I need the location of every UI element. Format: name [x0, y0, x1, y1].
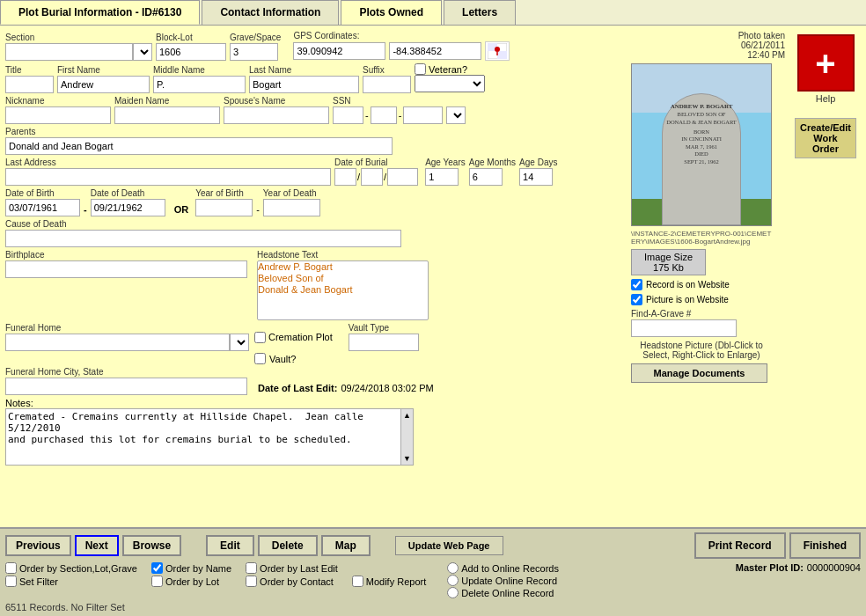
print-record-button[interactable]: Print Record — [694, 532, 786, 559]
yod-input[interactable] — [263, 199, 320, 216]
notes-textarea[interactable]: Cremated - Cremains currently at Hillsid… — [5, 408, 401, 466]
workorder-button[interactable]: Create/Edit Work Order — [795, 118, 856, 158]
help-button[interactable]: + — [797, 34, 855, 92]
notes-scroll-down[interactable]: ▼ — [403, 454, 411, 463]
previous-button[interactable]: Previous — [5, 535, 71, 556]
age-days-input[interactable] — [519, 168, 553, 186]
block-lot-input[interactable] — [156, 43, 226, 61]
grave-space-input[interactable] — [230, 43, 278, 61]
veteran-dropdown[interactable] — [415, 75, 485, 92]
dod-label: Date of Death — [91, 188, 165, 198]
middlename-group: Middle Name — [153, 65, 246, 93]
suffix-input[interactable] — [363, 76, 411, 93]
master-plot-id-group: Master Plot ID: 0000000904 — [736, 562, 861, 573]
finished-button[interactable]: Finished — [789, 532, 861, 559]
notes-label: Notes: — [5, 398, 626, 408]
add-online-label: Add to Online Records — [461, 563, 559, 574]
update-web-button[interactable]: Update Web Page — [395, 536, 503, 555]
birthplace-input[interactable] — [5, 260, 247, 278]
vault-type-input[interactable] — [349, 334, 419, 351]
tab-contact-info[interactable]: Contact Information — [202, 0, 339, 25]
map-pin-icon — [488, 43, 507, 59]
age-months-input[interactable] — [469, 168, 503, 186]
notes-scroll-up[interactable]: ▲ — [403, 411, 411, 420]
middlename-input[interactable] — [153, 76, 246, 93]
order-name-checkbox[interactable] — [151, 562, 163, 574]
manage-documents-button[interactable]: Manage Documents — [631, 363, 767, 383]
record-on-website-checkbox[interactable] — [631, 279, 642, 290]
ssn-part3-input[interactable] — [403, 106, 443, 124]
next-button[interactable]: Next — [75, 535, 119, 556]
parents-label: Parents — [5, 127, 626, 136]
gps-lng-input[interactable] — [389, 42, 481, 60]
grave-space-label: Grave/Space — [230, 33, 281, 42]
headstone-picture-label: Headstone Picture (Dbl-Click to Select, … — [631, 341, 772, 360]
picture-on-website-row: Picture is on Website — [631, 294, 785, 305]
date-last-edit-group: Date of Last Edit: 09/24/2018 03:02 PM — [258, 383, 434, 395]
nickname-input[interactable] — [5, 106, 111, 124]
title-input[interactable] — [5, 76, 54, 93]
spousename-group: Spouse's Name — [224, 96, 329, 124]
image-size-value: 175 Kb — [637, 262, 700, 273]
ssn-dash1: - — [365, 110, 369, 121]
report-checkboxes: placeholder Modify Report — [352, 562, 426, 587]
veteran-checkbox[interactable] — [415, 63, 426, 75]
lastname-input[interactable] — [249, 76, 359, 93]
funeralcity-input[interactable] — [5, 378, 247, 395]
ssn-part2-input[interactable] — [371, 106, 397, 124]
set-filter-checkbox[interactable] — [5, 576, 17, 587]
order-lot-checkbox[interactable] — [151, 576, 163, 587]
cremation-checkbox[interactable] — [254, 332, 266, 343]
dod-input[interactable] — [91, 199, 165, 216]
section-dropdown[interactable] — [133, 43, 152, 61]
section-input[interactable] — [5, 43, 133, 61]
burial-day-input[interactable] — [361, 168, 383, 186]
headstone-photo[interactable]: ANDREW P. BOGART BELOVED SON OF DONALD &… — [631, 63, 772, 226]
order-contact-checkbox[interactable] — [246, 576, 257, 587]
age-years-input[interactable] — [425, 168, 459, 186]
funeralhome-group: Funeral Home — [5, 323, 249, 364]
gps-lat-input[interactable] — [293, 42, 385, 60]
edit-button[interactable]: Edit — [206, 535, 254, 556]
burial-year-input[interactable] — [387, 168, 418, 186]
burial-month-input[interactable] — [334, 168, 356, 186]
image-size-label: Image Size — [637, 252, 700, 262]
funeralhome-input[interactable] — [5, 334, 230, 351]
map-button[interactable]: Map — [321, 535, 371, 556]
ssn-part1-input[interactable] — [333, 106, 363, 124]
yob-input[interactable] — [195, 199, 253, 216]
ssn-extra-dropdown[interactable] — [446, 106, 466, 124]
tab-letters[interactable]: Letters — [444, 0, 516, 25]
lastname-label: Last Name — [249, 65, 359, 75]
order-name-label: Order by Name — [165, 563, 231, 574]
firstname-input[interactable] — [57, 76, 150, 93]
vault-checkbox[interactable] — [254, 353, 266, 364]
yob-label: Year of Birth — [195, 188, 253, 198]
tab-plots-owned[interactable]: Plots Owned — [341, 0, 442, 25]
order-section-checkbox[interactable] — [5, 562, 17, 574]
find-a-grave-input[interactable] — [631, 319, 737, 337]
set-filter-label: Set Filter — [19, 576, 58, 587]
delete-online-radio[interactable] — [447, 587, 459, 598]
gps-map-button[interactable] — [485, 41, 510, 61]
picture-on-website-checkbox[interactable] — [631, 294, 642, 305]
parents-input[interactable] — [5, 137, 393, 155]
cause-input[interactable] — [5, 230, 401, 247]
delete-button[interactable]: Delete — [258, 535, 318, 556]
dob-input[interactable] — [5, 199, 80, 216]
online-records-group: Add to Online Records Update Online Reco… — [447, 562, 559, 598]
modify-report-checkbox[interactable] — [352, 576, 363, 587]
image-size-button[interactable]: Image Size 175 Kb — [631, 249, 706, 275]
nickname-group: Nickname — [5, 96, 111, 124]
tab-plot-burial[interactable]: Plot Burial Information - ID#6130 — [0, 0, 200, 25]
headstone-text-select[interactable]: Andrew P. Bogart Beloved Son of Donald &… — [257, 260, 429, 320]
address-input[interactable] — [5, 168, 331, 186]
add-online-radio[interactable] — [447, 562, 459, 574]
order-last-edit-checkbox[interactable] — [246, 562, 257, 574]
funeralhome-dropdown[interactable] — [230, 334, 249, 351]
burial-date-label: Date of Burial — [334, 158, 418, 167]
update-online-radio[interactable] — [447, 575, 459, 586]
browse-button[interactable]: Browse — [122, 535, 181, 556]
maiden-input[interactable] — [114, 106, 220, 124]
spouse-input[interactable] — [224, 106, 329, 124]
